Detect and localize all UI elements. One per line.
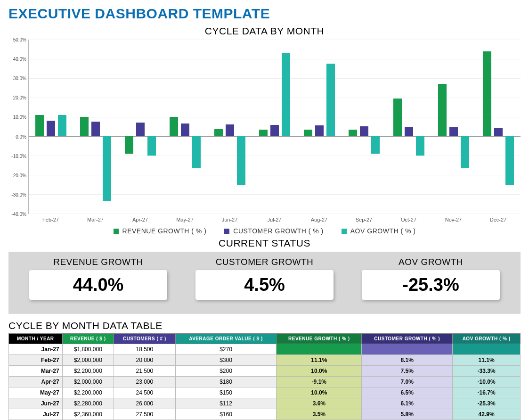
chart-y-axis: 50.0%40.0%30.0%20.0%10.0%0.0%-10.0%-20.0… <box>8 40 28 214</box>
square-icon <box>224 229 229 234</box>
chart-bar <box>214 129 223 136</box>
chart-bar <box>349 130 357 136</box>
chart-group <box>163 40 208 214</box>
chart-bar <box>91 122 100 136</box>
chart-bar <box>505 136 514 185</box>
chart-title: CYCLE DATA BY MONTH <box>8 25 521 37</box>
status-title: CURRENT STATUS <box>8 238 521 249</box>
x-tick: Jun-27 <box>207 214 252 222</box>
table-row: Mar-27$2,200,00021,500$20010.0%7.5%-33.3… <box>9 366 521 377</box>
chart-bar <box>80 117 89 136</box>
col-aov-growth: AOV GROWTH ( % ) <box>453 334 521 344</box>
chart-bar <box>192 136 201 168</box>
square-icon <box>114 229 119 234</box>
status-value-revenue: 44.0% <box>29 270 167 300</box>
y-tick: 50.0% <box>13 37 26 42</box>
col-month: MONTH / YEAR <box>9 334 63 344</box>
col-rev-growth: REVENUE GROWTH ( % ) <box>277 334 362 344</box>
y-tick: 30.0% <box>13 76 26 81</box>
x-tick: Dec-27 <box>476 214 521 222</box>
chart-group <box>431 40 476 214</box>
x-tick: Mar-27 <box>73 214 118 222</box>
x-tick: May-27 <box>163 214 207 222</box>
col-aov: AVERAGE ORDER VALUE ( $ ) <box>175 334 277 344</box>
chart-group <box>297 40 342 214</box>
chart-bar <box>405 127 413 136</box>
chart-group <box>73 40 118 214</box>
x-tick: Feb-27 <box>28 214 73 222</box>
x-tick: Jul-27 <box>252 214 297 222</box>
status-card-aov: AOV GROWTH -25.3% <box>348 257 514 300</box>
table-row: Jun-27$2,280,00026,000$1123.6%6.1%-25.3% <box>9 398 521 409</box>
cycle-chart: CYCLE DATA BY MONTH 50.0%40.0%30.0%20.0%… <box>8 25 521 235</box>
x-tick: Nov-27 <box>431 214 476 222</box>
chart-bar <box>393 99 402 136</box>
chart-bar <box>494 128 503 136</box>
y-tick: -30.0% <box>11 192 26 197</box>
table-row: Jan-27$1,800,00018,500$270 <box>9 344 521 355</box>
x-tick: Apr-27 <box>118 214 163 222</box>
y-tick: 0.0% <box>16 134 26 139</box>
chart-bar <box>449 127 458 136</box>
y-tick: 20.0% <box>13 95 26 100</box>
legend-item-revenue: REVENUE GROWTH ( % ) <box>114 227 207 235</box>
col-revenue: REVENUE ( $ ) <box>62 334 114 344</box>
chart-legend: REVENUE GROWTH ( % ) CUSTOMER GROWTH ( %… <box>8 227 521 235</box>
data-table: MONTH / YEAR REVENUE ( $ ) CUSTOMERS ( #… <box>8 333 521 420</box>
chart-bar <box>259 130 268 136</box>
table-row: Apr-27$2,000,00023,000$180-9.1%7.0%-10.0… <box>9 377 521 387</box>
y-tick: 40.0% <box>13 57 26 62</box>
y-tick: -40.0% <box>11 212 26 217</box>
chart-bar <box>136 123 145 136</box>
chart-bar <box>438 84 447 136</box>
y-tick: -20.0% <box>11 173 26 178</box>
chart-bar <box>326 64 335 136</box>
chart-bar <box>270 125 279 136</box>
y-tick: 10.0% <box>13 115 26 120</box>
status-cards: REVENUE GROWTH 44.0% CUSTOMER GROWTH 4.5… <box>8 252 521 313</box>
chart-bar <box>226 124 234 136</box>
chart-group <box>386 40 431 214</box>
chart-group <box>208 40 252 214</box>
chart-bar <box>416 136 424 156</box>
y-tick: -10.0% <box>11 153 26 158</box>
status-card-customer: CUSTOMER GROWTH 4.5% <box>181 257 348 300</box>
table-row: Jul-27$2,360,00027,500$1603.5%5.8%42.9% <box>9 409 521 420</box>
chart-bar <box>315 125 324 136</box>
chart-group <box>252 40 297 214</box>
chart-bar <box>35 115 44 137</box>
chart-bar <box>181 124 189 136</box>
chart-bar <box>461 136 469 168</box>
chart-bar <box>147 136 156 156</box>
x-tick: Aug-27 <box>297 214 342 222</box>
chart-bar <box>360 126 368 136</box>
status-card-revenue: REVENUE GROWTH 44.0% <box>15 257 181 300</box>
chart-group <box>342 40 386 214</box>
table-row: Feb-27$2,000,00020,000$30011.1%8.1%11.1% <box>9 355 521 366</box>
page-title: EXECUTIVE DASHBOARD TEMPLATE <box>8 6 521 22</box>
chart-bar <box>170 117 178 136</box>
chart-plot-area <box>28 40 521 214</box>
chart-bar <box>58 115 66 137</box>
x-tick: Oct-27 <box>386 214 431 222</box>
chart-bar <box>103 136 111 201</box>
table-row: May-27$2,200,00024,500$15010.0%6.5%-16.7… <box>9 387 521 398</box>
chart-bar <box>47 121 55 136</box>
chart-bar <box>483 51 491 136</box>
table-title: CYCLE BY MONTH DATA TABLE <box>8 320 521 331</box>
chart-bar <box>282 53 290 136</box>
col-customers: CUSTOMERS ( # ) <box>114 334 176 344</box>
chart-group <box>118 40 163 214</box>
chart-group <box>29 40 73 214</box>
legend-item-customer: CUSTOMER GROWTH ( % ) <box>224 227 323 235</box>
chart-group <box>476 40 521 214</box>
status-value-aov: -25.3% <box>362 270 500 300</box>
legend-item-aov: AOV GROWTH ( % ) <box>342 227 416 235</box>
chart-bar <box>371 136 380 154</box>
chart-bar <box>304 130 312 136</box>
square-icon <box>342 229 347 234</box>
chart-x-axis: Feb-27Mar-27Apr-27May-27Jun-27Jul-27Aug-… <box>28 214 521 222</box>
chart-bar <box>237 136 245 185</box>
status-value-customer: 4.5% <box>195 270 334 300</box>
x-tick: Sep-27 <box>342 214 386 222</box>
